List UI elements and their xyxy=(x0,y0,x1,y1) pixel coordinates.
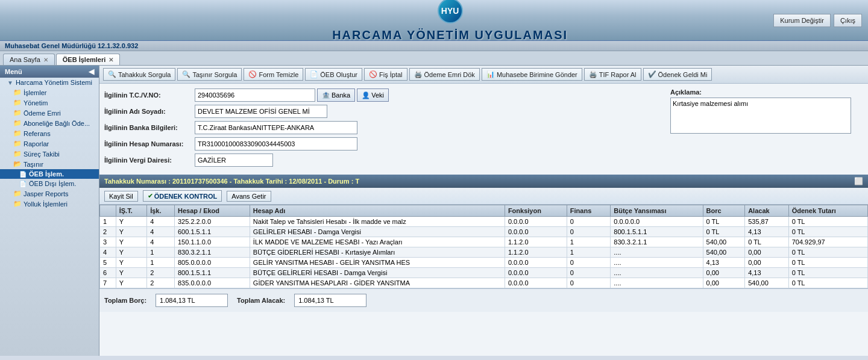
cell-borc: 0 TL xyxy=(703,217,745,227)
cell-alacak: 4,13 xyxy=(745,268,789,278)
form-row-tc: İlgilinin T.C./V.NO: 🏦 Banka 👤 Veki xyxy=(104,88,658,102)
cell-isk: 4 xyxy=(147,227,175,237)
col-alacak: Alacak xyxy=(745,205,789,217)
hesap-no-input[interactable] xyxy=(195,137,357,151)
tc-label: İlgilinin T.C./V.NO: xyxy=(104,92,195,99)
cell-odenek: 704.929,97 xyxy=(788,237,867,247)
odenek-kontrol-button[interactable]: ✔ ÖDENEK KONTROL xyxy=(143,190,222,202)
table-row[interactable]: 6 Y 2 800.1.5.1.1 BÜTÇE GELİRLERİ HESABI… xyxy=(100,268,868,278)
table-row[interactable]: 7 Y 2 835.0.0.0.0 GİDER YANSITMA HESAPLA… xyxy=(100,278,868,288)
tab-ana-sayfa-close[interactable]: ✕ xyxy=(43,57,48,63)
banka-label: Banka xyxy=(332,92,350,99)
print-icon: 🖨️ xyxy=(414,70,423,78)
table-row[interactable]: 3 Y 4 150.1.1.0.0 İLK MADDE VE MALZEME H… xyxy=(100,237,868,247)
veki-label: Veki xyxy=(371,92,384,99)
sidebar-item-raporlar[interactable]: 📁 Raporlar xyxy=(0,138,99,149)
table-row[interactable]: 2 Y 4 600.1.5.1.1 GELİRLER HESABI - Damg… xyxy=(100,227,868,237)
toplam-alacak-label: Toplam Alacak: xyxy=(237,297,285,304)
avans-getir-button[interactable]: Avans Getir xyxy=(227,191,271,202)
muhasebe-birime-gonder-button[interactable]: 📊 Muhasebe Birimine Gönder xyxy=(482,68,582,81)
table-container: İŞ.T. İşk. Hesap / Ekod Hesap Adı Fonksi… xyxy=(99,205,868,288)
folder-icon: 📁 xyxy=(13,190,22,197)
col-ist: İŞ.T. xyxy=(116,205,146,217)
tahakkuk-maximize-icon[interactable]: ⬜ xyxy=(854,177,863,185)
toplam-borc-input xyxy=(156,294,228,307)
app-title: HARCAMA YÖNETİM UYGULAMASI xyxy=(332,23,568,42)
sidebar-collapse-icon[interactable]: ◀ xyxy=(89,67,94,76)
cell-fonksiyon: 0.0.0.0 xyxy=(505,258,567,268)
col-butce: Bütçe Yansıması xyxy=(611,205,703,217)
vergi-dairesi-input[interactable] xyxy=(195,154,273,167)
banka-bilgileri-input[interactable] xyxy=(195,121,357,134)
col-isk: İşk. xyxy=(147,205,175,217)
sidebar-item-harcama[interactable]: ▼ Harcama Yönetim Sistemi xyxy=(0,78,99,87)
sidebar-item-jasper-label: Jasper Reports xyxy=(24,190,69,197)
tif-rapor-al-button[interactable]: 🖨️ TIF Rapor Al xyxy=(584,68,641,81)
vergi-dairesi-label: İlgilinin Vergi Dairesi: xyxy=(104,157,195,164)
sidebar-item-referans[interactable]: 📁 Referans xyxy=(0,128,99,138)
sidebar-item-oeb-disi-label: ÖEB Dışı İşlem. xyxy=(29,180,76,187)
sidebar-item-oeb-islem[interactable]: 📄 ÖEB İşlem. xyxy=(0,169,99,179)
cikis-button[interactable]: Çıkış xyxy=(834,14,862,27)
adi-input[interactable] xyxy=(195,105,327,118)
cell-isk: 1 xyxy=(147,258,175,268)
oeb-olustur-button[interactable]: 📄 ÖEB Oluştur xyxy=(305,68,362,81)
form-temizle-button[interactable]: 🚫 Form Temizle xyxy=(244,68,303,81)
cell-no: 7 xyxy=(100,278,116,288)
sidebar-item-abonelik-label: Aboneliğe Bağlı Öde... xyxy=(24,120,90,127)
sidebar-item-referans-label: Referans xyxy=(24,130,51,137)
table-row[interactable]: 5 Y 1 805.0.0.0.0 GELİR YANSITMA HESABI … xyxy=(100,258,868,268)
tahakkuk-sorgula-button[interactable]: 🔍 Tahakkuk Sorgula xyxy=(103,68,175,81)
sidebar-item-tasinir[interactable]: 📂 Taşınır xyxy=(0,159,99,169)
sidebar-header: Menü ◀ xyxy=(0,66,99,78)
cell-isk: 2 xyxy=(147,268,175,278)
tab-oeb-islemleri-close[interactable]: ✕ xyxy=(108,57,113,63)
kurum-degistir-button[interactable]: Kurum Değiştir xyxy=(773,14,831,27)
tc-input[interactable] xyxy=(195,88,315,102)
table-row[interactable]: 1 Y 4 325.2.2.0.0 Nakit Talep ve Tahsisl… xyxy=(100,217,868,227)
muhasebe-birime-gonder-label: Muhasebe Birimine Gönder xyxy=(497,71,577,78)
cell-butce: .... xyxy=(611,258,703,268)
table-row[interactable]: 4 Y 1 830.3.2.1.1 BÜTÇE GİDERLERİ HESABI… xyxy=(100,247,868,258)
cell-no: 6 xyxy=(100,268,116,278)
cell-ist: Y xyxy=(116,258,146,268)
odeme-emri-dok-button[interactable]: 🖨️ Ödeme Emri Dök xyxy=(409,68,480,81)
col-finans: Finans xyxy=(567,205,610,217)
cell-no: 4 xyxy=(100,247,116,258)
sidebar-item-islemler[interactable]: 📁 İşlemler xyxy=(0,87,99,98)
tab-oeb-islemleri[interactable]: ÖEB İşlemleri ✕ xyxy=(56,54,121,65)
sidebar-item-yolluk[interactable]: 📁 Yolluk İşlemleri xyxy=(0,199,99,209)
sidebar-item-abonelik[interactable]: 📁 Aboneliğe Bağlı Öde... xyxy=(0,118,99,128)
odenek-geldi-mi-button[interactable]: ✔️ Ödenek Geldi Mi xyxy=(643,68,712,81)
cell-odenek: 0 TL xyxy=(788,227,867,237)
cell-hesap-ekod: 150.1.1.0.0 xyxy=(174,237,250,247)
cell-borc: 4,13 xyxy=(703,258,745,268)
fis-iptal-button[interactable]: 🚫 Fiş İptal xyxy=(364,68,407,81)
kayit-sil-button[interactable]: Kayit Sil xyxy=(104,191,138,202)
sidebar-item-yonetim[interactable]: 📁 Yönetim xyxy=(0,98,99,108)
folder-icon: 📁 xyxy=(13,99,22,107)
sidebar-item-tasinir-label: Taşınır xyxy=(24,161,43,168)
cell-no: 2 xyxy=(100,227,116,237)
folder-icon: 📁 xyxy=(13,200,22,208)
sidebar-item-jasper[interactable]: 📁 Jasper Reports xyxy=(0,188,99,199)
sidebar-item-surec-takibi[interactable]: 📁 Süreç Takibi xyxy=(0,149,99,159)
veki-button[interactable]: 👤 Veki xyxy=(357,88,389,102)
odenek-geldi-mi-label: Ödenek Geldi Mi xyxy=(658,71,708,78)
data-table: İŞ.T. İşk. Hesap / Ekod Hesap Adı Fonksi… xyxy=(99,205,868,288)
cell-butce: 800.1.5.1.1 xyxy=(611,227,703,237)
sidebar-item-oeb-disi[interactable]: 📄 ÖEB Dışı İşlem. xyxy=(0,179,99,188)
cell-butce: .... xyxy=(611,268,703,278)
table-header-row: İŞ.T. İşk. Hesap / Ekod Hesap Adı Fonksi… xyxy=(100,205,868,217)
form-left: İlgilinin T.C./V.NO: 🏦 Banka 👤 Veki İlgi… xyxy=(104,88,658,170)
cell-butce: .... xyxy=(611,278,703,288)
form-temizle-label: Form Temizle xyxy=(259,71,298,78)
cell-ist: Y xyxy=(116,217,146,227)
sidebar-item-odeme-emri[interactable]: 📁 Ödeme Emri xyxy=(0,108,99,118)
cell-hesap-ekod: 805.0.0.0.0 xyxy=(174,258,250,268)
tab-ana-sayfa[interactable]: Ana Sayfa ✕ xyxy=(3,54,55,65)
tasinir-sorgula-button[interactable]: 🔍 Taşınır Sorgula xyxy=(177,68,242,81)
aciklama-textarea[interactable] xyxy=(670,98,851,134)
tabs-bar: Ana Sayfa ✕ ÖEB İşlemleri ✕ xyxy=(0,51,868,66)
banka-button[interactable]: 🏦 Banka xyxy=(317,88,355,102)
